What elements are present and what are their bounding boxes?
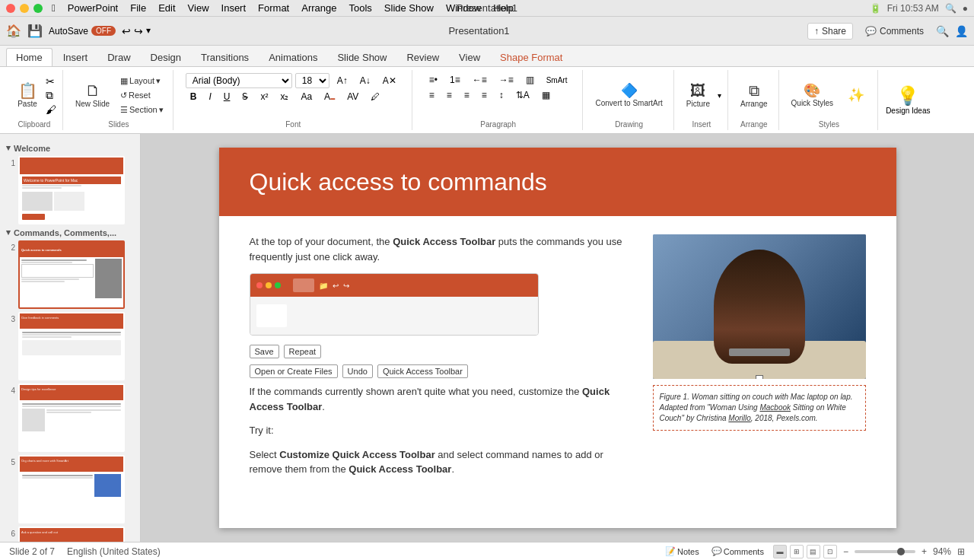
menu-tools[interactable]: Tools	[349, 2, 371, 14]
font-color-button[interactable]: A▬	[320, 90, 339, 103]
cut-icon[interactable]: ✂	[46, 75, 56, 88]
slide-photo[interactable]	[653, 234, 866, 379]
slide-sorter-button[interactable]: ⊞	[790, 545, 804, 558]
smart-art-convert-button[interactable]: SmArt	[542, 75, 572, 86]
section-collapse-icon[interactable]: ▾	[6, 143, 11, 153]
slide-thumb-4[interactable]: 4 Design tips for excellence	[6, 383, 134, 452]
justify-button[interactable]: ≡	[477, 88, 492, 102]
comments-button[interactable]: 💬 Comments	[859, 24, 930, 39]
align-right-button[interactable]: ≡	[460, 88, 474, 102]
decrease-indent-button[interactable]: ←≡	[468, 73, 492, 87]
undo-button[interactable]: ↩	[122, 25, 131, 37]
zoom-out-button[interactable]: −	[843, 546, 848, 557]
home-icon[interactable]: 🏠	[6, 24, 21, 38]
share-button[interactable]: ↑ Share	[807, 23, 853, 40]
copy-icon[interactable]: ⧉	[46, 89, 56, 102]
picture-button[interactable]: 🖼 Picture	[682, 80, 715, 111]
comments-status-button[interactable]: 💬 Comments	[708, 545, 767, 558]
search-icon[interactable]: 🔍	[945, 3, 956, 14]
quick-styles-button[interactable]: 🎨 Quick Styles	[787, 81, 839, 110]
bullets-button[interactable]: ≡•	[425, 73, 442, 87]
minimize-button[interactable]	[20, 4, 29, 13]
bold-button[interactable]: B	[186, 90, 202, 103]
reading-view-button[interactable]: ▤	[807, 545, 820, 558]
section-button[interactable]: ☰ Section ▾	[117, 103, 167, 116]
tab-slideshow[interactable]: Slide Show	[328, 49, 396, 66]
layout-button[interactable]: ▦ Layout ▾	[117, 75, 167, 88]
figure-caption[interactable]: Figure 1. Woman sitting on couch with Ma…	[653, 385, 866, 431]
maximize-button[interactable]	[33, 4, 43, 13]
menu-arrange[interactable]: Arrange	[301, 2, 336, 14]
tab-review[interactable]: Review	[397, 49, 448, 66]
increase-font-size-button[interactable]: A↑	[333, 74, 352, 88]
zoom-slider[interactable]	[855, 550, 915, 553]
increase-indent-button[interactable]: →≡	[495, 73, 518, 87]
shape-effects-button[interactable]: ✨	[841, 85, 871, 105]
normal-view-button[interactable]: ▬	[773, 545, 787, 558]
tab-home[interactable]: Home	[6, 48, 53, 66]
search-icon[interactable]: 🔍	[936, 25, 949, 37]
menu-slideshow[interactable]: Slide Show	[384, 2, 434, 14]
paste-button[interactable]: 📋 Paste	[12, 80, 43, 111]
line-spacing-button[interactable]: ↕	[495, 88, 508, 102]
tab-transitions[interactable]: Transitions	[192, 49, 258, 66]
italic-button[interactable]: I	[204, 90, 215, 103]
tab-draw[interactable]: Draw	[98, 49, 139, 66]
save-icon[interactable]: 💾	[27, 24, 43, 38]
menu-edit[interactable]: Edit	[158, 2, 175, 14]
new-slide-button[interactable]: 🗋 New Slide	[71, 80, 114, 111]
tab-shape-format[interactable]: Shape Format	[491, 49, 571, 66]
zoom-thumb[interactable]	[897, 548, 905, 555]
slide-thumb-1[interactable]: 1 Welcome to PowerPoint for Mac	[6, 156, 134, 224]
underline-button[interactable]: U	[219, 90, 235, 103]
menu-view[interactable]: View	[188, 2, 209, 14]
text-highlight-button[interactable]: 🖊	[366, 90, 384, 103]
slide-thumb-3[interactable]: 3 Give feedback in comments	[6, 312, 134, 380]
notes-button[interactable]: 📝 Notes	[662, 545, 702, 558]
convert-smartart-button[interactable]: 🔷 Convert to SmartArt	[590, 81, 667, 110]
font-name-select[interactable]: Arial (Body)	[186, 73, 292, 88]
align-left-button[interactable]: ≡	[425, 88, 439, 102]
menu-insert[interactable]: Insert	[221, 2, 247, 14]
tab-insert[interactable]: Insert	[54, 49, 97, 66]
format-painter-icon[interactable]: 🖌	[46, 103, 56, 116]
slide-thumb-5[interactable]: 5 Org charts and more with SmartArt	[6, 455, 134, 523]
slide-thumb-2[interactable]: 2 Quick access to commands	[6, 240, 134, 309]
selection-handle-bottom[interactable]	[756, 375, 763, 379]
redo-button[interactable]: ↪	[134, 25, 143, 37]
superscript-button[interactable]: x²	[256, 90, 272, 103]
presenter-view-button[interactable]: ⊡	[823, 545, 837, 558]
strikethrough-button[interactable]: S̶	[237, 90, 253, 103]
align-text-button[interactable]: ▦	[537, 88, 555, 102]
character-spacing-button[interactable]: AV	[342, 90, 363, 103]
text-case-button[interactable]: Aa	[296, 90, 317, 103]
menu-apple[interactable]: 	[52, 2, 56, 14]
more-button[interactable]: ▾	[146, 25, 151, 37]
menu-file[interactable]: File	[130, 2, 146, 14]
numbering-button[interactable]: 1≡	[445, 73, 465, 87]
autosave-state[interactable]: OFF	[91, 26, 116, 36]
align-center-button[interactable]: ≡	[442, 88, 457, 102]
close-button[interactable]	[6, 4, 15, 13]
autosave-toggle[interactable]: AutoSave OFF	[49, 26, 116, 37]
decrease-font-size-button[interactable]: A↓	[355, 74, 375, 88]
design-ideas-button[interactable]: 💡 Design Ideas	[880, 70, 936, 130]
subscript-button[interactable]: x₂	[275, 90, 293, 103]
text-direction-button[interactable]: ⇅A	[511, 88, 534, 102]
picture-dropdown[interactable]: ▾	[718, 91, 721, 100]
menu-powerpoint[interactable]: PowerPoint	[68, 2, 118, 14]
slide-thumb-6[interactable]: 6 Ask a question and call out	[6, 527, 134, 542]
tab-view[interactable]: View	[450, 49, 489, 66]
clear-format-button[interactable]: A✕	[378, 74, 401, 88]
fit-slide-button[interactable]: ⊞	[957, 546, 965, 557]
tab-design[interactable]: Design	[142, 49, 190, 66]
menu-format[interactable]: Format	[258, 2, 289, 14]
columns-button[interactable]: ▥	[521, 73, 539, 87]
zoom-in-button[interactable]: +	[921, 546, 927, 557]
section2-collapse-icon[interactable]: ▾	[6, 228, 11, 237]
arrange-button[interactable]: ⧉ Arrange	[736, 80, 772, 111]
spotlight-icon[interactable]: ●	[963, 3, 968, 14]
font-size-select[interactable]: 18	[295, 73, 329, 88]
reset-button[interactable]: ↺ Reset	[117, 89, 167, 102]
tab-animations[interactable]: Animations	[259, 49, 326, 66]
